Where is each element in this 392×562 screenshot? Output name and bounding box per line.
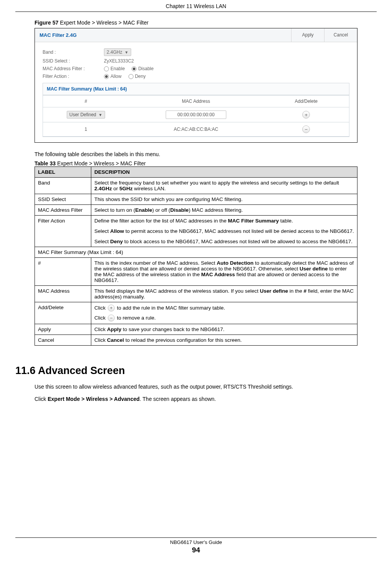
section-heading: 11.6 Advanced Screen	[15, 365, 357, 377]
cell-desc: Click Cancel to reload the previous conf…	[91, 335, 357, 346]
text: wireless LAN.	[133, 186, 166, 191]
text: This is the index number of the MAC addr…	[94, 260, 217, 266]
apply-button[interactable]: Apply	[291, 28, 324, 42]
cell-label: MAC Address	[35, 286, 91, 302]
allow-radio[interactable]	[104, 74, 109, 79]
bold-text: MAC Filter Summary	[228, 218, 279, 224]
bold-text: #	[304, 288, 307, 294]
th-label: LABEL	[35, 167, 91, 178]
chapter-header: Chapter 11 Wireless LAN	[15, 0, 377, 9]
row-mac-address-filter: MAC Address Filter Select to turn on (En…	[35, 205, 357, 216]
ssid-value: ZyXEL3333C2	[104, 58, 134, 64]
cell-desc: Click Apply to save your changes back to…	[91, 324, 357, 335]
cell-label: Band	[35, 178, 91, 194]
cell-label: MAC Address Filter	[35, 205, 91, 216]
table-title: Expert Mode > Wireless > MAC Filter	[56, 160, 146, 166]
bold-text: Auto Detection	[217, 260, 254, 266]
table-number: Table 33	[35, 160, 56, 166]
summary-row-input: User Defined ▼ 00:00:00:00:00:00 +	[43, 107, 349, 122]
chevron-down-icon: ▼	[125, 50, 128, 54]
bold-text: Expert Mode > Wireless > Advanced	[48, 396, 140, 402]
row-summary-subhead: MAC Filter Summary (Max Limit : 64)	[35, 247, 357, 258]
row-mac-address: MAC Address This field displays the MAC …	[35, 286, 357, 302]
add-icon: +	[108, 305, 115, 311]
text: Select	[94, 228, 110, 234]
intro-text: The following table describes the labels…	[35, 151, 357, 157]
col-add-delete: Add/Delete	[264, 96, 349, 107]
disable-radio[interactable]	[132, 66, 137, 71]
row-cancel: Cancel Click Cancel to reload the previo…	[35, 335, 357, 346]
th-description: DESCRIPTION	[91, 167, 357, 178]
filter-action-label: Filter Action :	[43, 74, 104, 79]
row-ssid: SSID Select This shows the SSID for whic…	[35, 194, 357, 205]
mac-filter-label: MAC Address Filter :	[43, 66, 104, 71]
text: or	[112, 186, 120, 191]
row-add-delete: Add/Delete Click + to add the rule in th…	[35, 302, 357, 324]
bold-text: Enable	[135, 207, 152, 213]
delete-icon: −	[108, 315, 115, 321]
cell-desc: This field displays the MAC address of t…	[91, 286, 357, 302]
footer-page-number: 94	[0, 546, 392, 554]
chevron-down-icon: ▼	[99, 113, 102, 117]
footer-guide-name: NBG6617 User's Guide	[0, 539, 392, 545]
add-icon[interactable]: +	[302, 111, 310, 119]
text: ) MAC address filtering.	[189, 207, 243, 213]
text: to block access to the NBG6617, MAC addr…	[123, 239, 352, 244]
text: to permit access to the NBG6617, MAC add…	[124, 228, 354, 234]
enable-radio-label: Enable	[110, 66, 125, 71]
disable-radio-label: Disable	[138, 66, 153, 71]
bold-text: Cancel	[107, 337, 124, 343]
band-select[interactable]: 2.4GHz ▼	[104, 48, 131, 56]
text: Click	[94, 326, 107, 332]
row-type-select[interactable]: User Defined ▼	[67, 111, 105, 119]
row-filter-action: Filter Action Define the filter action f…	[35, 216, 357, 247]
allow-radio-label: Allow	[110, 74, 122, 79]
mac-filter-screenshot: MAC Filter 2.4G Apply Cancel Band : 2.4G…	[35, 28, 357, 143]
cell-desc: Select to turn on (Enable) or off (Disab…	[91, 205, 357, 216]
row-mac: AC:AC:AB:CC:BA:AC	[128, 122, 263, 137]
cell-label: Cancel	[35, 335, 91, 346]
text: This field displays the MAC address of t…	[94, 288, 260, 294]
text: Click	[94, 305, 107, 311]
text: Select to turn on (	[94, 207, 135, 213]
bold-text: Allow	[110, 228, 124, 234]
cell-desc: Select the frequency band to set whether…	[91, 178, 357, 194]
text: Click	[94, 315, 107, 321]
table-caption: Table 33 Expert Mode > Wireless > MAC Fi…	[35, 160, 357, 166]
text: . The screen appears as shown.	[140, 396, 216, 402]
row-apply: Apply Click Apply to save your changes b…	[35, 324, 357, 335]
enable-radio[interactable]	[104, 66, 109, 71]
band-label: Band :	[43, 49, 104, 55]
row-band: Band Select the frequency band to set wh…	[35, 178, 357, 194]
text: Click	[94, 337, 107, 343]
footer-rule	[15, 537, 377, 538]
cell-desc: This is the index number of the MAC addr…	[91, 258, 357, 286]
cell-label: Apply	[35, 324, 91, 335]
bold-text: Deny	[110, 239, 123, 244]
summary-title: MAC Filter Summary (Max Limit : 64)	[43, 83, 349, 95]
bold-text: Disable	[170, 207, 189, 213]
section-paragraph-1: Use this screen to allow wireless advanc…	[35, 384, 357, 390]
summary-header-row: # MAC Address Add/Delete	[43, 96, 349, 107]
text: Click	[35, 396, 48, 402]
cancel-button[interactable]: Cancel	[324, 28, 357, 42]
text: to remove a rule.	[115, 315, 156, 321]
text: Select	[94, 239, 110, 244]
band-select-value: 2.4GHz	[107, 49, 122, 55]
delete-icon[interactable]: −	[302, 125, 310, 133]
cell-desc: Click + to add the rule in the MAC filte…	[91, 302, 357, 324]
bold-text: Apply	[107, 326, 122, 332]
text: Define the filter action for the list of…	[94, 218, 228, 224]
cell-label: SSID Select	[35, 194, 91, 205]
bold-text: User define	[300, 266, 328, 272]
mac-address-input[interactable]: 00:00:00:00:00:00	[166, 110, 227, 119]
bold-text: MAC Address	[201, 272, 235, 277]
ssid-label: SSID Select :	[43, 58, 104, 64]
deny-radio[interactable]	[128, 74, 133, 79]
cell-label: Filter Action	[35, 216, 91, 247]
panel-title: MAC Filter 2.4G	[35, 28, 291, 42]
bold-text: 5GHz	[119, 186, 133, 191]
figure-title: Expert Mode > Wireless > MAC Filter	[58, 20, 148, 26]
text: table.	[279, 218, 293, 224]
text: ) or off (	[152, 207, 170, 213]
